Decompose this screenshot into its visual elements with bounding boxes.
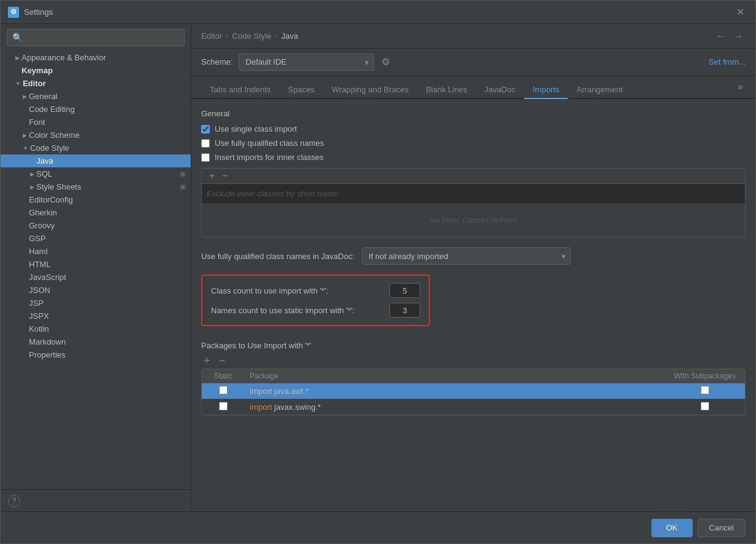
qualified-dropdown[interactable]: If not already imported Always Never bbox=[362, 247, 571, 265]
sidebar-item-markdown[interactable]: ▶ Markdown bbox=[1, 335, 191, 348]
sidebar-item-label: Font bbox=[29, 118, 45, 127]
tab-tabs-indents[interactable]: Tabs and Indents bbox=[201, 81, 279, 99]
scheme-dropdown[interactable]: Default IDE bbox=[239, 54, 374, 71]
checkbox-single-class: Use single class import bbox=[201, 124, 746, 134]
sidebar-item-code-style[interactable]: ▼ Code Style bbox=[1, 142, 191, 154]
packages-remove-button[interactable]: − bbox=[217, 355, 228, 366]
nav-back-button[interactable]: ← bbox=[714, 30, 728, 43]
scheme-label: Scheme: bbox=[201, 57, 233, 66]
sidebar-item-label: Gherkin bbox=[29, 208, 57, 217]
sidebar-item-keymap[interactable]: ▶ Keymap bbox=[1, 64, 191, 77]
packages-add-button[interactable]: + bbox=[201, 355, 213, 366]
breadcrumb-code-style[interactable]: Code Style bbox=[232, 31, 271, 41]
pkg-subpackages-checkbox-0[interactable] bbox=[701, 386, 709, 394]
sidebar-item-javascript[interactable]: ▶ JavaScript bbox=[1, 271, 191, 284]
nav-forward-button[interactable]: → bbox=[731, 30, 746, 43]
sidebar-item-editor[interactable]: ▼ Editor bbox=[1, 77, 191, 90]
sidebar-item-label: Code Style bbox=[30, 143, 70, 153]
sidebar-item-label: JavaScript bbox=[29, 273, 66, 282]
set-from-link[interactable]: Set from... bbox=[709, 57, 746, 66]
qualified-names-checkbox[interactable] bbox=[201, 139, 210, 148]
count-section: Class count to use import with '*': Name… bbox=[201, 274, 430, 326]
pkg-row-1[interactable]: import javax.swing.* bbox=[202, 399, 745, 415]
pkg-static-checkbox-0[interactable] bbox=[219, 386, 228, 394]
sidebar-item-label: JSPX bbox=[29, 311, 49, 321]
search-box[interactable]: 🔍 bbox=[7, 29, 185, 46]
help-button[interactable]: ? bbox=[8, 495, 20, 507]
sidebar-item-gsp[interactable]: ▶ GSP bbox=[1, 232, 191, 245]
sidebar-item-label: Groovy bbox=[29, 221, 55, 230]
packages-section: Packages to Use Import with '*' + − Stat… bbox=[201, 341, 746, 415]
main-content: 🔍 ▶ Appearance & Behavior ▶ Keymap ▼ bbox=[1, 24, 755, 511]
pkg-package-0: import java.awt.* bbox=[245, 386, 665, 396]
sidebar-item-style-sheets[interactable]: ▶ Style Sheets ▣ bbox=[1, 180, 191, 193]
scheme-dropdown-wrapper: Default IDE bbox=[239, 54, 374, 71]
breadcrumb-nav: ← → bbox=[714, 30, 746, 43]
search-input[interactable] bbox=[26, 33, 179, 42]
inner-classes-remove-button[interactable]: − bbox=[220, 171, 230, 181]
tab-more-button[interactable]: » bbox=[735, 78, 746, 96]
sidebar-item-editorconfig[interactable]: ▶ EditorConfig bbox=[1, 193, 191, 206]
inner-classes-add-button[interactable]: + bbox=[207, 171, 217, 181]
sidebar-item-json[interactable]: ▶ JSON bbox=[1, 284, 191, 297]
breadcrumb-java: Java bbox=[281, 31, 298, 41]
pkg-subpackages-1 bbox=[665, 402, 745, 412]
insert-inner-label: Insert imports for inner classes bbox=[215, 153, 324, 162]
sidebar-item-label: EditorConfig bbox=[29, 195, 73, 204]
sidebar-item-html[interactable]: ▶ HTML bbox=[1, 258, 191, 271]
names-count-input[interactable] bbox=[389, 303, 420, 318]
app-icon: ⚙ bbox=[8, 7, 19, 18]
pkg-row-0[interactable]: import java.awt.* bbox=[202, 383, 745, 399]
tab-spaces[interactable]: Spaces bbox=[279, 81, 323, 99]
sidebar-item-groovy[interactable]: ▶ Groovy bbox=[1, 219, 191, 232]
sidebar-item-jspx[interactable]: ▶ JSPX bbox=[1, 310, 191, 322]
settings-window: ⚙ Settings ✕ 🔍 ▶ Appearance & Behavior ▶ bbox=[0, 0, 756, 544]
tab-wrapping-braces[interactable]: Wrapping and Braces bbox=[323, 81, 417, 99]
sidebar-item-kotlin[interactable]: ▶ Kotlin bbox=[1, 322, 191, 335]
sidebar-item-gherkin[interactable]: ▶ Gherkin bbox=[1, 206, 191, 219]
pkg-package-1: import javax.swing.* bbox=[245, 402, 665, 412]
sidebar-item-appearance[interactable]: ▶ Appearance & Behavior bbox=[1, 51, 191, 64]
sidebar-item-java[interactable]: ▶ Java bbox=[1, 154, 191, 167]
expand-icon: ▼ bbox=[23, 145, 28, 151]
title-bar: ⚙ Settings ✕ bbox=[1, 1, 755, 24]
scheme-gear-button[interactable]: ⚙ bbox=[379, 54, 392, 70]
help-icon: ? bbox=[12, 497, 17, 505]
packages-table-header: Static Package With Subpackages bbox=[202, 369, 745, 383]
tab-blank-lines[interactable]: Blank Lines bbox=[417, 81, 475, 99]
tab-imports[interactable]: Imports bbox=[524, 81, 568, 99]
sidebar-item-jsp[interactable]: ▶ JSP bbox=[1, 297, 191, 310]
sidebar-item-haml[interactable]: ▶ Haml bbox=[1, 245, 191, 258]
sidebar-item-label: Code Editing bbox=[29, 105, 74, 114]
sidebar-item-label: GSP bbox=[29, 234, 46, 243]
qualified-row: Use fully qualified class names in JavaD… bbox=[201, 247, 746, 265]
tab-arrangement[interactable]: Arrangement bbox=[568, 81, 631, 99]
pkg-static-checkbox-1[interactable] bbox=[219, 402, 228, 410]
sidebar-item-code-editing[interactable]: ▶ Code Editing bbox=[1, 103, 191, 116]
sidebar-item-properties[interactable]: ▶ Properties bbox=[1, 348, 191, 361]
scheme-bar: Scheme: Default IDE ⚙ Set from... bbox=[191, 49, 755, 76]
sidebar-item-label: HTML bbox=[29, 260, 50, 269]
sidebar-item-color-scheme[interactable]: ▶ Color Scheme bbox=[1, 129, 191, 142]
window-title: Settings bbox=[24, 7, 733, 17]
class-count-input[interactable] bbox=[389, 283, 420, 298]
expand-icon: ▶ bbox=[15, 55, 20, 61]
sidebar-item-font[interactable]: ▶ Font bbox=[1, 116, 191, 129]
insert-inner-checkbox[interactable] bbox=[201, 153, 210, 162]
tab-javadoc[interactable]: JavaDoc bbox=[475, 81, 524, 99]
class-count-row: Class count to use import with '*': bbox=[211, 283, 420, 298]
sidebar-item-general[interactable]: ▶ General bbox=[1, 90, 191, 103]
sidebar-item-sql[interactable]: ▶ SQL ▣ bbox=[1, 167, 191, 180]
cancel-button[interactable]: Cancel bbox=[698, 519, 746, 537]
search-icon: 🔍 bbox=[12, 33, 23, 42]
ok-button[interactable]: OK bbox=[651, 519, 693, 537]
pkg-subpackages-checkbox-1[interactable] bbox=[701, 402, 709, 410]
main-panel: Editor › Code Style › Java ← → Scheme: D… bbox=[191, 24, 755, 511]
close-button[interactable]: ✕ bbox=[733, 4, 748, 20]
single-class-checkbox[interactable] bbox=[201, 125, 210, 134]
settings-content: General Use single class import Use full… bbox=[191, 99, 755, 511]
pkg-static-1 bbox=[202, 402, 245, 412]
breadcrumb-editor[interactable]: Editor bbox=[201, 31, 222, 41]
general-section-title: General bbox=[201, 109, 746, 118]
expand-icon: ▶ bbox=[23, 94, 27, 100]
